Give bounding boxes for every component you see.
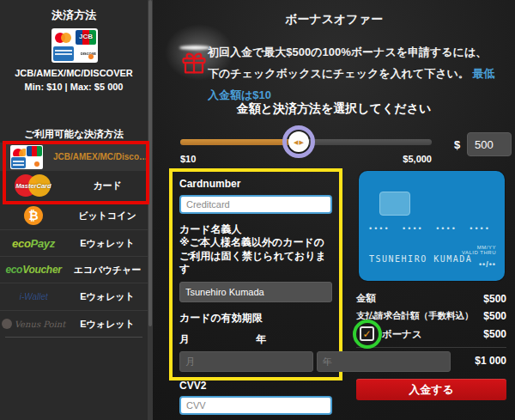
- method-item-iwallet[interactable]: i-Wallet Eウォレット: [0, 283, 148, 310]
- valid-thru-label: VALID THRU: [462, 250, 496, 255]
- method-label: Eウォレット: [67, 290, 148, 303]
- month-select[interactable]: [179, 351, 313, 372]
- method-label: エコバウチャー: [67, 264, 148, 277]
- method-item-bitcoin[interactable]: ₿ ビットコイン: [0, 203, 148, 228]
- summary-row-total: 支払請求合計額（手数料込） $500: [356, 310, 506, 322]
- expiry-masked: ••/••: [479, 260, 496, 269]
- arrow-right-icon: ▶: [300, 139, 304, 145]
- cardnumber-label: Cardnumber: [179, 178, 332, 192]
- amount-slider-fill: [180, 139, 301, 145]
- deposit-button[interactable]: 入金する: [356, 379, 506, 400]
- summary-row-amount: 金額 $500: [356, 292, 506, 305]
- summary-divider: [356, 347, 506, 348]
- summary-value: $500: [483, 293, 506, 305]
- year-label: 年: [256, 332, 332, 347]
- cvv-label: CVV2: [179, 380, 332, 393]
- method-item-ecovoucher[interactable]: ecoVoucher エコバウチャー: [0, 256, 148, 283]
- card-brands-mini-icon: [0, 145, 53, 169]
- card-brands-logo: JCB DISCOVER: [52, 28, 98, 63]
- payment-sidebar: 決済方法 JCB DISCOVER JCB/AMEX/MC/DISCOVER M…: [0, 0, 153, 420]
- holder-label: カード名義人: [179, 223, 332, 237]
- gift-icon: [181, 50, 207, 76]
- method-item-venuspoint[interactable]: Venus Point Eウォレット: [0, 310, 148, 337]
- method-label: カード: [67, 180, 148, 192]
- summary-value: $1 000: [475, 355, 506, 367]
- card-expiry: MM/YY VALID THRU ••/••: [462, 245, 496, 271]
- mastercard-icon: [53, 30, 74, 45]
- holder-warning: ※ご本人様名義以外のカードのご利用は固く禁じられております: [179, 236, 332, 277]
- expiry-label: カードの有効期限: [179, 312, 332, 326]
- bitcoin-icon: ₿: [24, 206, 43, 225]
- card-form-yellow-annotation: Cardnumber カード名義人 ※ご本人様名義以外のカードのご利用は固く禁じ…: [169, 168, 342, 380]
- summary-value: $500: [483, 310, 506, 322]
- arrow-left-icon: ◀: [294, 139, 298, 145]
- amount-heading: 金額と決済方法を選択してください: [153, 101, 515, 117]
- summary-label: ボーナス: [382, 328, 422, 341]
- card-holder-name: TSUNEHIRO KUMADA: [369, 254, 472, 264]
- sidebar-scrollbar-thumb[interactable]: [148, 0, 152, 326]
- mastercard-logo: MasterCard: [0, 174, 67, 197]
- sidebar-divider: [5, 337, 142, 338]
- slider-min-label: $10: [180, 154, 196, 164]
- brand-names-label: JCB/AMEX/MC/DISCOVER: [0, 68, 148, 78]
- card-chip: [379, 192, 410, 216]
- holder-input[interactable]: [179, 282, 332, 302]
- method-item-ecopayz[interactable]: ecoPayz Eウォレット: [0, 229, 148, 256]
- deposit-page: 決済方法 JCB DISCOVER JCB/AMEX/MC/DISCOVER M…: [0, 0, 515, 420]
- slider-max-label: $5,000: [372, 154, 432, 164]
- cardnumber-input[interactable]: [179, 195, 332, 214]
- bonus-description: 初回入金で最大$500の100%ボーナスを申請するには、下のチェックボックスにチ…: [208, 41, 496, 106]
- jcb-icon: JCB: [76, 30, 96, 45]
- amex-icon: [53, 46, 74, 61]
- month-label: 月: [179, 332, 256, 347]
- summary-label: 金額: [356, 292, 376, 305]
- amount-input[interactable]: [467, 132, 512, 156]
- cvv-input[interactable]: [179, 396, 332, 415]
- methods-list-title: ご利用可能な決済方法: [0, 128, 148, 141]
- method-label: ビットコイン: [67, 210, 148, 222]
- summary-value: $500: [483, 328, 506, 340]
- currency-label: $: [454, 138, 460, 151]
- summary-row-bonus: ✓ ボーナス $500: [356, 323, 506, 345]
- sidebar-title: 決済方法: [0, 8, 148, 23]
- limits-label: Min: $10 | Max: $5 000: [0, 82, 148, 92]
- venuspoint-logo: Venus Point: [2, 319, 65, 329]
- check-icon: ✓: [362, 329, 371, 339]
- bonus-checkbox[interactable]: ✓: [360, 326, 374, 341]
- discover-icon: DISCOVER: [76, 46, 96, 61]
- ecopayz-logo: ecoPayz: [12, 237, 55, 250]
- ecovoucher-logo: ecoVoucher: [5, 264, 61, 276]
- year-select[interactable]: [317, 351, 451, 372]
- iwallet-logo: i-Wallet: [19, 292, 47, 301]
- credit-card-preview: •••• •••• •••• •••• TSUNEHIRO KUMADA MM/…: [359, 171, 505, 281]
- method-item-cards[interactable]: JCB/AMEX/MC/Disco…: [0, 143, 148, 171]
- method-label: JCB/AMEX/MC/Disco…: [53, 152, 148, 161]
- deposit-main: ボーナスオファー 初回入金で最大$500の100%ボーナスを申請するには、下のチ…: [153, 0, 515, 420]
- card-number-masked: •••• •••• •••• ••••: [369, 224, 491, 233]
- method-item-mastercard[interactable]: MasterCard カード: [0, 171, 148, 200]
- summary-label: 支払請求合計額（手数料込）: [356, 310, 474, 322]
- method-label: Eウォレット: [67, 237, 148, 250]
- method-label: Eウォレット: [67, 318, 148, 331]
- amount-slider-handle[interactable]: ◀ ▶: [288, 131, 309, 152]
